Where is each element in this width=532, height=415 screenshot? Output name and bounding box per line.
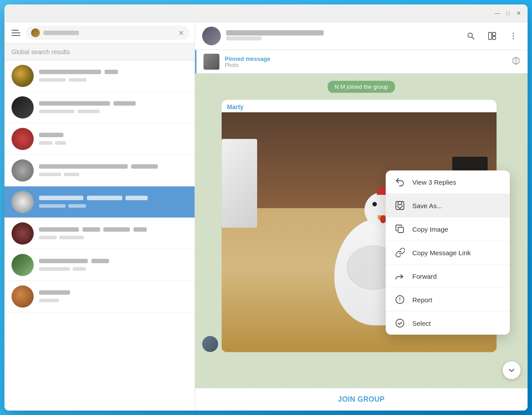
report-icon [395, 294, 405, 305]
chat-header [195, 22, 528, 50]
result-text-container [39, 226, 188, 241]
result-text [39, 258, 188, 265]
result-subtext [39, 140, 188, 146]
minimize-button[interactable]: — [494, 10, 501, 17]
list-item[interactable] [4, 123, 195, 155]
copy-message-link-item[interactable]: Copy Message Link [386, 241, 510, 265]
result-text [39, 163, 188, 170]
result-subtext [39, 77, 188, 83]
result-text [39, 195, 188, 202]
select-item[interactable]: Select [386, 312, 510, 335]
result-text [39, 289, 188, 296]
result-text-container [39, 163, 188, 178]
system-message: N M joined the group [202, 81, 520, 93]
result-subtext [39, 203, 188, 209]
svg-point-14 [396, 319, 404, 327]
search-bar: ✕ [4, 22, 195, 44]
system-message-bubble: N M joined the group [328, 81, 395, 93]
right-panel: Pinned message Photo N M joined the grou… [195, 22, 528, 411]
avatar [12, 128, 34, 150]
search-input-text [43, 31, 175, 35]
forward-item[interactable]: Forward [386, 265, 510, 288]
main-content: ✕ Global search results [4, 22, 528, 411]
list-item[interactable] [4, 60, 195, 92]
menu-button[interactable] [10, 28, 22, 38]
view-replies-item[interactable]: View 3 Replies [386, 170, 510, 194]
list-item[interactable] [4, 281, 195, 312]
result-text [39, 132, 188, 138]
result-text-container [39, 258, 188, 272]
list-item[interactable] [4, 249, 195, 281]
close-button[interactable]: ✕ [515, 10, 522, 17]
pinned-message[interactable]: Pinned message Photo [195, 50, 528, 74]
pinned-label: Pinned message [225, 55, 506, 62]
pinned-content: Photo [225, 62, 506, 68]
save-as-label: Save As... [412, 202, 442, 209]
join-group-button[interactable]: JOIN GROUP [338, 395, 384, 403]
result-subtext [39, 297, 188, 304]
view-replies-label: View 3 Replies [412, 178, 456, 186]
avatar [12, 159, 34, 182]
save-as-item[interactable]: Save As... [386, 194, 510, 217]
pinned-actions-button[interactable] [512, 56, 520, 67]
search-button[interactable] [464, 29, 478, 43]
app-window: — □ ✕ ✕ [4, 4, 528, 411]
avatar [12, 254, 34, 276]
chat-messages: N M joined the group Marty [195, 74, 528, 388]
search-results-list [4, 60, 195, 411]
chat-bottom-bar: JOIN GROUP [195, 388, 528, 411]
copy-icon [395, 224, 405, 234]
forward-label: Forward [412, 273, 437, 280]
svg-rect-3 [493, 32, 496, 36]
title-bar-controls: — □ ✕ [494, 10, 522, 17]
select-icon [395, 318, 405, 328]
svg-line-1 [472, 37, 474, 40]
avatar [12, 96, 34, 119]
more-button[interactable] [506, 29, 520, 43]
avatar [12, 191, 34, 213]
chat-header-left [202, 27, 324, 45]
list-item[interactable] [4, 186, 195, 218]
chat-status [226, 36, 324, 42]
pinned-thumbnail [203, 54, 219, 70]
result-subtext [39, 266, 188, 272]
svg-point-6 [513, 36, 514, 37]
layout-button[interactable] [485, 29, 499, 43]
svg-point-7 [513, 38, 514, 40]
search-input-container[interactable]: ✕ [26, 26, 189, 40]
chat-header-actions [464, 29, 520, 43]
list-item[interactable] [4, 218, 195, 249]
avatar [12, 285, 34, 308]
copy-image-item[interactable]: Copy Image [386, 217, 510, 241]
search-avatar [31, 28, 40, 37]
context-menu: View 3 Replies Save As... [386, 170, 510, 335]
result-text-container [39, 289, 188, 304]
svg-point-5 [513, 33, 514, 34]
search-results-label: Global search results [4, 44, 195, 60]
reply-icon [395, 177, 405, 187]
chat-avatar [202, 27, 221, 45]
message-avatar [202, 336, 218, 352]
report-label: Report [412, 296, 432, 304]
message-sender: Marty [222, 100, 497, 112]
svg-rect-2 [489, 32, 492, 40]
scroll-to-bottom-button[interactable] [503, 361, 520, 379]
result-text [39, 100, 188, 107]
search-clear-button[interactable]: ✕ [178, 29, 184, 37]
result-text [39, 226, 188, 233]
svg-point-13 [399, 301, 400, 302]
list-item[interactable] [4, 92, 195, 123]
maximize-button[interactable]: □ [505, 10, 512, 17]
result-text-container [39, 195, 188, 209]
list-item[interactable] [4, 155, 195, 186]
select-label: Select [412, 320, 431, 327]
chat-header-info [226, 30, 324, 42]
save-icon [395, 200, 405, 211]
title-bar: — □ ✕ [4, 4, 528, 22]
report-item[interactable]: Report [386, 288, 510, 312]
left-panel: ✕ Global search results [4, 22, 195, 411]
avatar [12, 65, 34, 87]
result-text-container [39, 132, 188, 146]
result-text [39, 69, 188, 75]
svg-rect-4 [493, 36, 496, 40]
